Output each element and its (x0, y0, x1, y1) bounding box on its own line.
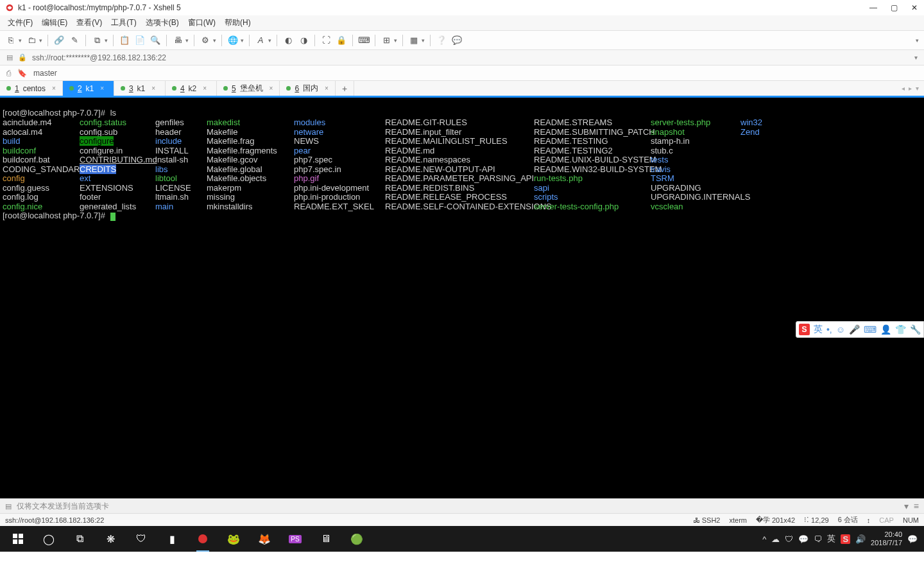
ime-emoji-icon[interactable]: ☺ (836, 324, 845, 335)
tray-cloud-icon[interactable]: ☁ (771, 534, 780, 544)
session-tab[interactable]: 1 centos× (0, 81, 63, 96)
tab-next-icon[interactable]: ▸ (909, 85, 912, 92)
new-session-icon[interactable]: ⎘ (5, 35, 17, 46)
menu-file[interactable]: 文件(F) (8, 17, 33, 28)
copy-icon[interactable]: ⧉ (91, 35, 103, 46)
ime-user-icon[interactable]: 👤 (880, 324, 891, 335)
file-entry: win32 (740, 118, 779, 128)
fullscreen-icon[interactable]: ⛶ (320, 35, 332, 46)
keypad-icon[interactable]: ⌨ (358, 35, 370, 46)
font-icon[interactable]: A (255, 35, 266, 46)
help-icon[interactable]: ❔ (436, 35, 447, 46)
file-entry: Zend (740, 128, 779, 137)
session-tab[interactable]: 4 k2× (166, 81, 217, 96)
tile-icon[interactable]: ▦ (408, 35, 420, 46)
ime-lang[interactable]: 英 (814, 324, 823, 335)
ime-mic-icon[interactable]: 🎤 (849, 324, 860, 335)
tray-up-icon[interactable]: ^ (762, 534, 766, 544)
open-folder-icon[interactable]: 🗀 (26, 35, 37, 46)
tab-close-icon[interactable]: × (325, 85, 329, 92)
paste2-icon[interactable]: 📄 (134, 35, 146, 46)
taskview-icon[interactable]: ⧉ (64, 526, 95, 552)
taskbar-vm[interactable]: 🖥 (311, 526, 341, 552)
close-button[interactable]: ✕ (910, 3, 919, 12)
disconnect-icon[interactable]: ✎ (69, 35, 80, 46)
color2-icon[interactable]: ◑ (298, 35, 309, 46)
menu-help[interactable]: 帮助(H) (225, 17, 251, 28)
taskbar-xshell[interactable] (187, 526, 218, 552)
bookmark-icon[interactable]: 🔖 (17, 69, 27, 78)
cortana-icon[interactable]: ◯ (33, 526, 64, 552)
chat-icon[interactable]: 💬 (451, 35, 463, 46)
add-icon[interactable]: ⊞ (381, 35, 392, 46)
tray-lang[interactable]: 英 (827, 533, 835, 545)
new-tab-button[interactable]: + (336, 81, 354, 96)
file-entry: README.GIT-RULES (385, 118, 534, 128)
tab-list-icon[interactable]: ▾ (916, 85, 919, 92)
taskbar-app-1[interactable]: ❋ (95, 526, 126, 552)
compose-menu-icon[interactable]: ≡ (914, 501, 919, 511)
bookmark-add-icon[interactable]: ⎙ (6, 69, 11, 78)
ime-bar[interactable]: S 英 •, ☺ 🎤 ⌨ 👤 👕 🔧 (796, 321, 924, 338)
menu-edit[interactable]: 编辑(E) (42, 17, 67, 28)
tray-clock[interactable]: 20:40 2018/7/17 (871, 530, 902, 547)
minimize-button[interactable]: — (869, 3, 878, 12)
sogou-icon[interactable]: S (799, 324, 810, 335)
session-tab[interactable]: 3 k1× (114, 81, 166, 96)
taskbar-app-5[interactable]: 🟢 (341, 526, 372, 552)
color1-icon[interactable]: ◐ (282, 35, 294, 46)
tab-close-icon[interactable]: × (270, 85, 273, 92)
ime-kbd-icon[interactable]: ⌨ (864, 324, 877, 335)
menu-window[interactable]: 窗口(W) (188, 17, 216, 28)
tab-close-icon[interactable]: × (151, 85, 155, 92)
session-url[interactable]: ssh://root:********@192.168.182.136:22 (32, 53, 166, 62)
tray-sogou-icon[interactable]: S (841, 534, 850, 544)
tray-wechat-icon[interactable]: 💬 (798, 534, 809, 544)
tab-prev-icon[interactable]: ◂ (902, 85, 905, 92)
taskbar-firefox[interactable]: 🦊 (249, 526, 280, 552)
address-dropdown-icon[interactable]: ▾ (914, 54, 918, 61)
tray-volume-icon[interactable]: 🔊 (855, 534, 866, 544)
tray-shield-icon[interactable]: 🛡 (785, 534, 793, 544)
compose-target-icon[interactable]: ▤ (5, 502, 12, 511)
ime-settings-icon[interactable]: 🔧 (910, 324, 921, 335)
compose-input[interactable]: 仅将文本发送到当前选项卡 (17, 501, 899, 512)
session-tab[interactable]: 5 堡垒机× (217, 81, 280, 96)
session-tab[interactable]: 2 k1× (63, 81, 114, 96)
globe-icon[interactable]: 🌐 (227, 35, 239, 46)
lock-icon[interactable]: 🔒 (336, 35, 347, 46)
file-entry (740, 184, 779, 193)
tray-notifications-icon[interactable]: 💬 (907, 534, 918, 544)
file-entry: genfiles (155, 118, 207, 128)
tab-close-icon[interactable]: × (100, 85, 104, 92)
menu-view[interactable]: 查看(V) (76, 17, 102, 28)
session-tab[interactable]: 6 国内× (280, 81, 336, 96)
toolbar-overflow-icon[interactable]: ▾ (916, 37, 919, 44)
file-entry: README.NEW-OUTPUT-API (385, 165, 534, 175)
find-icon[interactable]: 🔍 (150, 35, 161, 46)
tab-close-icon[interactable]: × (52, 85, 56, 92)
script-icon[interactable]: ▤ (6, 53, 13, 62)
menu-tab[interactable]: 选项卡(B) (146, 17, 179, 28)
terminal[interactable]: [root@localhost php-7.0.7]# ls acinclude… (0, 98, 924, 498)
paste-icon[interactable]: 📋 (119, 35, 130, 46)
tab-close-icon[interactable]: × (203, 85, 207, 92)
reconnect-icon[interactable]: 🔗 (53, 35, 65, 46)
tray-chat-icon[interactable]: 🗨 (814, 534, 822, 544)
maximize-button[interactable]: ▢ (889, 3, 898, 12)
properties-icon[interactable]: ⚙ (200, 35, 211, 46)
compose-dropdown-icon[interactable]: ▾ (904, 501, 909, 511)
secondary-bar: ⎙ 🔖 master (0, 66, 924, 81)
file-entry: aclocal.m4 (3, 128, 80, 137)
taskbar-app-2[interactable]: 🛡 (126, 526, 157, 552)
taskbar-app-4[interactable]: 🐸 (218, 526, 249, 552)
ime-punct-icon[interactable]: •, (826, 324, 832, 335)
menu-tools[interactable]: 工具(T) (111, 17, 136, 28)
file-entry: README.SELF-CONTAINED-EXTENSIONS (385, 202, 534, 212)
print-icon[interactable]: 🖶 (172, 35, 184, 46)
taskbar-phpstorm[interactable]: PS (280, 526, 311, 552)
start-button[interactable] (3, 526, 33, 552)
taskbar-app-3[interactable]: ▮ (157, 526, 187, 552)
bookmark-label[interactable]: master (33, 69, 57, 78)
ime-skin-icon[interactable]: 👕 (895, 324, 906, 335)
